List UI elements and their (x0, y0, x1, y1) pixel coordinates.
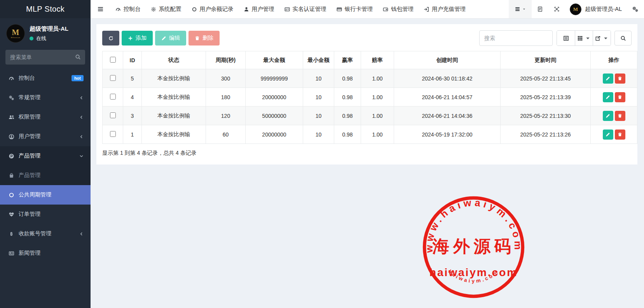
sidebar-item[interactable]: 订单管理 (0, 205, 91, 224)
sidebar-item[interactable]: 产品管理 (0, 166, 91, 185)
topnav-item[interactable]: 用户余额记录 (187, 0, 239, 18)
columns-grid-icon (577, 35, 583, 41)
column-header[interactable]: 最大金额 (246, 51, 303, 69)
list-lines-icon (515, 6, 520, 12)
table-cell: 4 (123, 88, 142, 107)
row-checkbox[interactable] (110, 112, 116, 118)
hot-badge: hot (72, 75, 84, 81)
delete-button[interactable]: 删除 (188, 31, 220, 46)
user-menu[interactable]: M 超级管理员-AL (565, 0, 627, 18)
sidebar-item[interactable]: 控制台hot (0, 68, 91, 88)
column-header[interactable]: 最小金额 (303, 51, 334, 69)
row-checkbox[interactable] (110, 131, 116, 137)
row-select-cell (103, 125, 123, 144)
row-edit-button[interactable] (603, 74, 613, 84)
detail-view-button[interactable] (557, 31, 575, 46)
topnav-item[interactable]: 控制台 (110, 0, 146, 18)
topnav-item-label: 用户管理 (252, 5, 274, 13)
topnav-items: 控制台系统配置用户余额记录用户管理实名认证管理银行卡管理钱包管理用户充值管理 (110, 0, 471, 18)
circle-icon (9, 192, 14, 198)
avatar-letter: M (573, 7, 578, 12)
row-delete-button[interactable] (615, 130, 625, 140)
sidebar-search-input[interactable] (5, 50, 85, 65)
bars-icon (97, 6, 104, 12)
table-search-input[interactable] (479, 30, 553, 46)
export-button[interactable] (593, 31, 611, 46)
columns-button[interactable] (575, 31, 593, 46)
table-cell: 0.98 (334, 125, 361, 144)
sidebar-item[interactable]: 权限管理 (0, 107, 91, 127)
dashboard-icon (9, 75, 14, 81)
row-checkbox[interactable] (110, 94, 116, 100)
table-cell: 本金按比例输 (142, 125, 206, 144)
topnav-item[interactable]: 用户充值管理 (419, 0, 471, 18)
menu-dropdown-button[interactable] (509, 0, 532, 18)
column-header[interactable]: 赔率 (361, 51, 394, 69)
row-delete-button[interactable] (615, 111, 625, 121)
table-row: 3本金按比例输12050000000100.981.002024-06-21 1… (103, 107, 637, 125)
sidebar-item-label: 新闻管理 (19, 250, 84, 257)
sidebar-item[interactable]: 收款账号管理 (0, 224, 91, 243)
column-header[interactable]: 周期(秒) (206, 51, 246, 69)
user-status: 在线 (30, 35, 68, 42)
row-select-cell (103, 88, 123, 107)
refresh-icon (108, 36, 113, 41)
language-button[interactable] (532, 0, 548, 18)
settings-button[interactable] (627, 0, 644, 18)
row-delete-button[interactable] (615, 92, 625, 102)
sidebar-item[interactable]: 公共周期管理 (0, 185, 91, 205)
sidebar-item-label: 权限管理 (19, 114, 75, 121)
data-table: ID状态周期(秒)最大金额最小金额赢率赔率创建时间更新时间操作 5本金按比例输3… (102, 51, 637, 144)
circle-icon (192, 7, 197, 12)
row-edit-button[interactable] (603, 92, 613, 102)
row-actions-cell (591, 69, 637, 88)
topnav-item[interactable]: 钱包管理 (378, 0, 419, 18)
column-header[interactable]: ID (123, 51, 142, 69)
sidebar-toggle-button[interactable] (91, 0, 110, 18)
add-button[interactable]: 添加 (122, 31, 153, 46)
column-header[interactable]: 状态 (142, 51, 206, 69)
brand-title: MLP Stock (0, 0, 91, 18)
table-cell: 1.00 (361, 88, 394, 107)
sidebar-item[interactable]: 用户管理 (0, 127, 91, 146)
topnav-item[interactable]: 银行卡管理 (332, 0, 378, 18)
search-button[interactable] (614, 31, 632, 46)
search-icon (75, 54, 81, 60)
table-cell: 20000000 (246, 88, 303, 107)
row-checkbox[interactable] (110, 75, 116, 81)
refresh-button[interactable] (102, 31, 119, 46)
row-select-cell (103, 69, 123, 88)
fullscreen-button[interactable] (548, 0, 565, 18)
column-header[interactable]: 赢率 (334, 51, 361, 69)
table-cell: 180 (206, 88, 246, 107)
edit-button[interactable]: 编辑 (155, 31, 186, 46)
row-edit-button[interactable] (603, 111, 613, 121)
column-header[interactable]: 创建时间 (394, 51, 501, 69)
sidebar-item[interactable]: 产品管理 (0, 146, 91, 166)
chevron-left-icon (79, 232, 84, 236)
sidebar-item[interactable]: 新闻管理 (0, 243, 91, 263)
topnav-item[interactable]: 系统配置 (146, 0, 187, 18)
avatar-subtext: Millennium (11, 37, 20, 38)
topnav-item[interactable]: 用户管理 (239, 0, 279, 18)
gear-icon (151, 7, 156, 12)
pencil-icon (606, 76, 610, 81)
product-p-icon (9, 153, 14, 159)
table-cell: 10 (303, 69, 334, 88)
table-cell: 本金按比例输 (142, 88, 206, 107)
row-edit-button[interactable] (603, 130, 613, 140)
chevron-left-icon (79, 135, 84, 139)
wallet-icon (383, 7, 388, 12)
column-header[interactable]: 操作 (591, 51, 637, 69)
caret-down-icon (522, 7, 526, 11)
column-header[interactable]: 更新时间 (501, 51, 591, 69)
table-cell: 10 (303, 107, 334, 125)
topnav-item[interactable]: 实名认证管理 (279, 0, 332, 18)
table-cell: 20000000 (246, 125, 303, 144)
sidebar-item[interactable]: 常规管理 (0, 88, 91, 107)
topnav-item-label: 用户余额记录 (200, 5, 234, 13)
select-all-checkbox[interactable] (110, 57, 116, 63)
table-cell: 0.98 (334, 69, 361, 88)
row-delete-button[interactable] (615, 74, 625, 84)
table-cell: 2025-05-22 21:13:30 (501, 107, 591, 125)
